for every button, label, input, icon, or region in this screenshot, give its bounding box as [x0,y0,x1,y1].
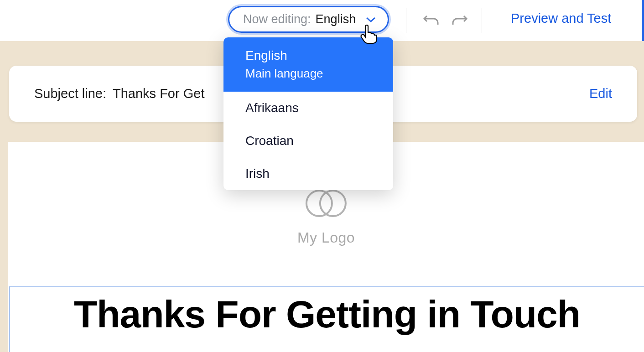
toolbar-divider [482,8,482,33]
logo-rings-icon [299,187,353,219]
language-selector-label: Now editing: [243,12,311,26]
language-selector-value: English [316,12,356,26]
logo-text: My Logo [297,229,355,246]
undo-button[interactable] [421,11,441,31]
headline-text: Thanks For Getting in Touch [10,292,644,336]
language-option-afrikaans[interactable]: Afrikaans [223,92,393,124]
language-dropdown: English Main language Afrikaans Croatian… [223,37,393,190]
language-option-label: Irish [245,166,270,181]
undo-icon [423,13,439,29]
language-selector[interactable]: Now editing: English [228,6,389,33]
language-option-croatian[interactable]: Croatian [223,124,393,157]
preview-label: Preview and Test [511,11,611,26]
redo-icon [452,13,468,29]
toolbar: Now editing: English Preview and Test [0,0,644,41]
subject-line-value: Thanks For Get [113,86,204,101]
language-option-english[interactable]: English Main language [223,37,393,92]
right-accent-bar [642,0,644,41]
chevron-down-icon [366,16,376,23]
language-option-label: Croatian [245,134,294,148]
headline-block[interactable]: Thanks For Getting in Touch [9,286,644,352]
subject-line-label: Subject line: [34,86,106,101]
language-option-sublabel: Main language [245,67,371,81]
language-option-label: Afrikaans [245,101,299,115]
edit-subject-button[interactable]: Edit [589,86,612,101]
language-option-irish[interactable]: Irish [223,157,393,190]
redo-button[interactable] [450,11,470,31]
language-option-label: English [245,48,371,63]
toolbar-divider [406,8,406,33]
logo-placeholder[interactable]: My Logo [297,187,355,246]
preview-and-test-button[interactable]: Preview and Test [511,11,611,26]
